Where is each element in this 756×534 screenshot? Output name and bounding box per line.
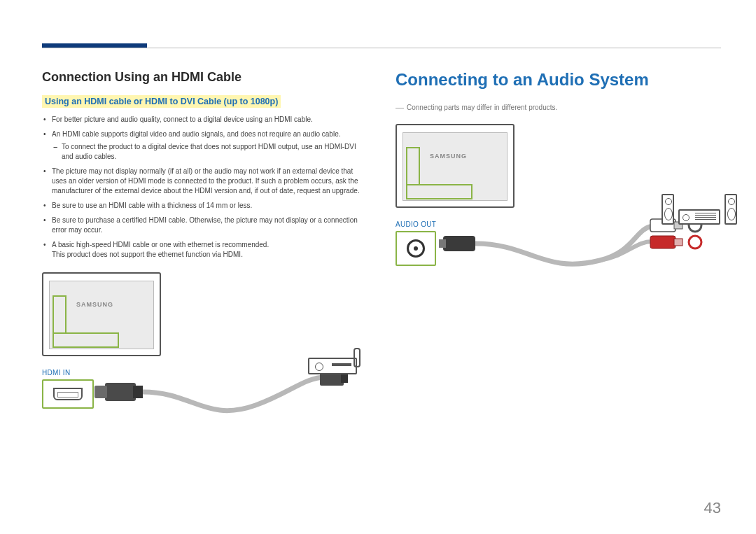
page-number: 43 (704, 499, 721, 517)
bullet-item: An HDMI cable supports digital video and… (42, 129, 368, 162)
svg-rect-10 (674, 239, 682, 246)
audio-port-box (396, 231, 436, 266)
audio-port-icon (407, 239, 425, 258)
bullet-text: Be sure to purchase a certified HDMI cab… (52, 216, 358, 234)
horizontal-rule (42, 48, 721, 48)
port-highlight (406, 184, 472, 199)
speaker-icon (724, 194, 737, 225)
left-column: Connection Using an HDMI Cable Using an … (42, 70, 368, 426)
right-heading: Connecting to an Audio System (396, 70, 721, 90)
dvd-player-icon (308, 358, 357, 374)
port-highlight (52, 332, 119, 348)
svg-rect-2 (94, 386, 107, 398)
remote-icon (354, 348, 360, 367)
bullet-item: The picture may not display normally (if… (42, 167, 368, 196)
device-brand: SAMSUNG (430, 153, 467, 160)
bullet-sub: To connect the product to a digital devi… (52, 142, 368, 162)
left-heading: Connection Using an HDMI Cable (42, 70, 368, 85)
speaker-icon (662, 194, 674, 225)
header-accent-bar (42, 43, 147, 48)
svg-rect-1 (133, 386, 143, 398)
svg-rect-6 (439, 239, 446, 248)
bullet-item: Be sure to purchase a certified HDMI cab… (42, 216, 368, 235)
device-brand: SAMSUNG (76, 301, 113, 308)
hdmi-port-icon (53, 388, 83, 400)
audio-system-icon (662, 194, 737, 225)
right-note: Connecting parts may differ in different… (396, 104, 721, 111)
bullet-tail: This product does not support the ethern… (52, 251, 243, 258)
hdmi-port-box (42, 379, 94, 409)
display-device: SAMSUNG (396, 124, 514, 208)
left-bullet-list: For better picture and audio quality, co… (42, 115, 368, 260)
bullet-text: A basic high-speed HDMI cable or one wit… (52, 241, 269, 248)
display-device: SAMSUNG (42, 272, 161, 356)
bullet-text: The picture may not display normally (if… (52, 167, 360, 195)
bullet-text: For better picture and audio quality, co… (52, 115, 313, 123)
port-highlight (52, 295, 66, 334)
left-subhead-highlight: Using an HDMI cable or HDMI to DVI Cable… (42, 95, 281, 108)
bullet-item: For better picture and audio quality, co… (42, 115, 368, 125)
svg-rect-5 (443, 236, 475, 251)
audio-diagram: SAMSUNG AUDIO OUT (396, 124, 721, 306)
hdmi-diagram: SAMSUNG HDMI IN (42, 272, 368, 426)
port-highlight (406, 147, 420, 185)
svg-rect-0 (105, 383, 136, 401)
right-column: Connecting to an Audio System Connecting… (396, 70, 721, 426)
bullet-item: Be sure to use an HDMI cable with a thic… (42, 201, 368, 211)
bullet-item: A basic high-speed HDMI cable or one wit… (42, 240, 368, 260)
svg-rect-9 (650, 236, 676, 248)
amplifier-icon (678, 209, 720, 225)
audio-port-label: AUDIO OUT (396, 220, 436, 228)
bullet-text: Be sure to use an HDMI cable with a thic… (52, 202, 252, 209)
hdmi-port-label: HDMI IN (42, 369, 94, 377)
bullet-text: An HDMI cable supports digital video and… (52, 130, 341, 138)
svg-point-12 (689, 236, 701, 248)
